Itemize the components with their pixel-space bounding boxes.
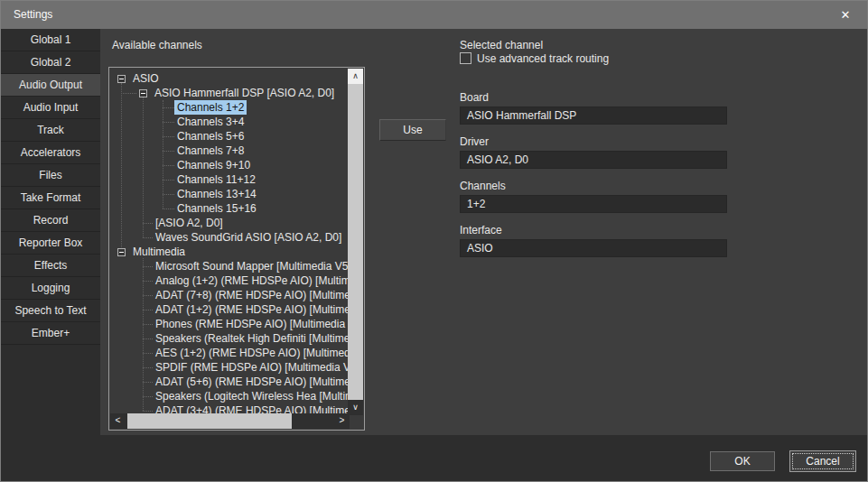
board-field[interactable]: ASIO Hammerfall DSP <box>460 107 727 125</box>
interface-field[interactable]: ASIO <box>460 239 727 257</box>
horizontal-scrollbar[interactable]: < > <box>110 413 350 429</box>
advanced-routing-checkbox[interactable] <box>460 52 471 64</box>
tree-item-aes-1-2[interactable]: AES (1+2) (RME HDSPe AIO) [Multimedia V1… <box>110 346 349 360</box>
scroll-left-icon[interactable]: < <box>110 413 126 429</box>
tree-item-spdif[interactable]: SPDIF (RME HDSPe AIO) [Multimedia V10.0] <box>110 360 349 375</box>
sidebar-item-record[interactable]: Record <box>1 209 100 232</box>
channels-tree[interactable]: ASIO ASIO Hammerfall DSP [ASIO A2, D0] C… <box>110 69 349 415</box>
tree-item-label: Analog (1+2) (RME HDSPe AIO) [Multimedia… <box>155 273 349 288</box>
tree-item-label: Channels 9+10 <box>177 158 250 172</box>
tree-item-label: Waves SoundGrid ASIO [ASIO A2, D0] <box>155 230 341 245</box>
tree-item-label: Channels 3+4 <box>177 115 244 129</box>
window-title: Settings <box>14 1 52 29</box>
scroll-down-icon[interactable]: ∨ <box>348 400 363 415</box>
tree-item-adat-1-2[interactable]: ADAT (1+2) (RME HDSPe AIO) [Multimedia V… <box>110 302 349 317</box>
close-icon[interactable]: ✕ <box>832 1 859 29</box>
advanced-routing-checkbox-label: Use advanced track routing <box>477 52 609 65</box>
tree-item-label: [ASIO A2, D0] <box>155 216 223 230</box>
tree-item-adat-7-8[interactable]: ADAT (7+8) (RME HDSPe AIO) [Multimedia V… <box>110 288 349 302</box>
sidebar-item-reporter-box[interactable]: Reporter Box <box>1 232 100 255</box>
sidebar-item-global-2[interactable]: Global 2 <box>1 51 100 74</box>
tree-item-channels-9-10[interactable]: Channels 9+10 <box>110 158 349 172</box>
collapse-icon[interactable] <box>117 248 126 256</box>
collapse-icon[interactable] <box>139 89 147 97</box>
tree-item-label: Channels 15+16 <box>177 201 257 216</box>
tree-item-label: AES (1+2) (RME HDSPe AIO) [Multimedia V1… <box>155 346 349 360</box>
settings-sidebar: Global 1 Global 2 Audio Output Audio Inp… <box>1 29 100 345</box>
channels-field[interactable]: 1+2 <box>460 195 727 213</box>
tree-item-label: SPDIF (RME HDSPe AIO) [Multimedia V10.0] <box>155 360 349 375</box>
tree-item-multimedia[interactable]: Multimedia <box>110 245 349 259</box>
available-channels-label: Available channels <box>112 39 202 51</box>
tree-item-label: Channels 11+12 <box>177 172 256 187</box>
vertical-scroll-thumb[interactable] <box>348 84 363 400</box>
horizontal-scroll-thumb[interactable] <box>127 413 292 429</box>
sidebar-item-audio-output[interactable]: Audio Output <box>1 74 100 97</box>
tree-item-label: Speakers (Logitech Wireless Hea [Multime… <box>155 389 349 403</box>
tree-item-label: ASIO <box>133 71 159 86</box>
sidebar-item-take-format[interactable]: Take Format <box>1 187 100 209</box>
tree-item-channels-11-12[interactable]: Channels 11+12 <box>110 172 349 187</box>
tree-item-channels-15-16[interactable]: Channels 15+16 <box>110 201 349 216</box>
tree-item-label: ADAT (5+6) (RME HDSPe AIO) [Multimedia V… <box>155 375 349 389</box>
tree-item-hammerfall[interactable]: ASIO Hammerfall DSP [ASIO A2, D0] <box>110 86 349 100</box>
scroll-up-icon[interactable]: ∧ <box>348 69 363 84</box>
cancel-button[interactable]: Cancel <box>789 450 856 472</box>
tree-item-channels-5-6[interactable]: Channels 5+6 <box>110 129 349 144</box>
driver-field[interactable]: ASIO A2, D0 <box>460 151 727 169</box>
tree-item-label: Channels 7+8 <box>177 144 244 158</box>
sidebar-item-ember[interactable]: Ember+ <box>1 322 100 345</box>
sidebar-item-global-1[interactable]: Global 1 <box>1 29 100 51</box>
interface-label: Interface <box>460 224 502 236</box>
tree-item-label: Speakers (Realtek High Definiti [Multime… <box>155 331 349 346</box>
selected-channel-label: Selected channel <box>460 39 543 51</box>
title-bar[interactable]: Settings ✕ <box>1 1 867 29</box>
tree-item-label-selected: Channels 1+2 <box>174 100 247 115</box>
settings-dialog: Settings ✕ Global 1 Global 2 Audio Outpu… <box>0 0 868 482</box>
tree-item-label: ASIO Hammerfall DSP [ASIO A2, D0] <box>154 86 334 100</box>
tree-item-label: Channels 5+6 <box>177 129 244 144</box>
tree-item-channels-13-14[interactable]: Channels 13+14 <box>110 187 349 201</box>
tree-item-phones[interactable]: Phones (RME HDSPe AIO) [Multimedia V10.0… <box>110 317 349 331</box>
tree-item-asio-a2-d0[interactable]: [ASIO A2, D0] <box>110 216 349 230</box>
driver-label: Driver <box>460 135 489 148</box>
available-channels-list: ASIO ASIO Hammerfall DSP [ASIO A2, D0] C… <box>108 67 365 431</box>
sidebar-item-accelerators[interactable]: Accelerators <box>1 142 100 164</box>
board-label: Board <box>460 91 489 104</box>
collapse-icon[interactable] <box>117 75 126 83</box>
sidebar-item-audio-input[interactable]: Audio Input <box>1 97 100 119</box>
tree-item-waves-soundgrid[interactable]: Waves SoundGrid ASIO [ASIO A2, D0] <box>110 230 349 245</box>
tree-item-label: ADAT (1+2) (RME HDSPe AIO) [Multimedia V… <box>155 302 349 317</box>
sidebar-item-track[interactable]: Track <box>1 119 100 142</box>
sidebar-item-speech-to-text[interactable]: Speech to Text <box>1 300 100 322</box>
tree-item-label: Microsoft Sound Mapper [Multimedia V5.0] <box>155 259 349 273</box>
tree-item-speakers-realtek[interactable]: Speakers (Realtek High Definiti [Multime… <box>110 331 349 346</box>
tree-item-label: Channels 13+14 <box>177 187 257 201</box>
tree-item-sound-mapper[interactable]: Microsoft Sound Mapper [Multimedia V5.0] <box>110 259 349 273</box>
tree-item-label: ADAT (7+8) (RME HDSPe AIO) [Multimedia V… <box>155 288 349 302</box>
tree-item-label: Multimedia <box>133 245 185 259</box>
tree-item-channels-3-4[interactable]: Channels 3+4 <box>110 115 349 129</box>
tree-item-asio[interactable]: ASIO <box>110 71 349 86</box>
tree-item-channels-7-8[interactable]: Channels 7+8 <box>110 144 349 158</box>
tree-item-channels-1-2[interactable]: Channels 1+2 <box>110 100 349 115</box>
tree-item-analog-1-2[interactable]: Analog (1+2) (RME HDSPe AIO) [Multimedia… <box>110 273 349 288</box>
sidebar-item-effects[interactable]: Effects <box>1 255 100 277</box>
sidebar-item-files[interactable]: Files <box>1 164 100 187</box>
tree-item-speakers-logitech[interactable]: Speakers (Logitech Wireless Hea [Multime… <box>110 389 349 403</box>
scroll-right-icon[interactable]: > <box>334 413 350 429</box>
use-button[interactable]: Use <box>379 119 446 141</box>
sidebar-item-logging[interactable]: Logging <box>1 277 100 300</box>
channels-label: Channels <box>460 180 506 192</box>
ok-button[interactable]: OK <box>710 451 775 471</box>
vertical-scrollbar[interactable]: ∧ ∨ <box>348 69 363 415</box>
tree-item-label: Phones (RME HDSPe AIO) [Multimedia V10.0… <box>155 317 349 331</box>
tree-item-adat-5-6[interactable]: ADAT (5+6) (RME HDSPe AIO) [Multimedia V… <box>110 375 349 389</box>
